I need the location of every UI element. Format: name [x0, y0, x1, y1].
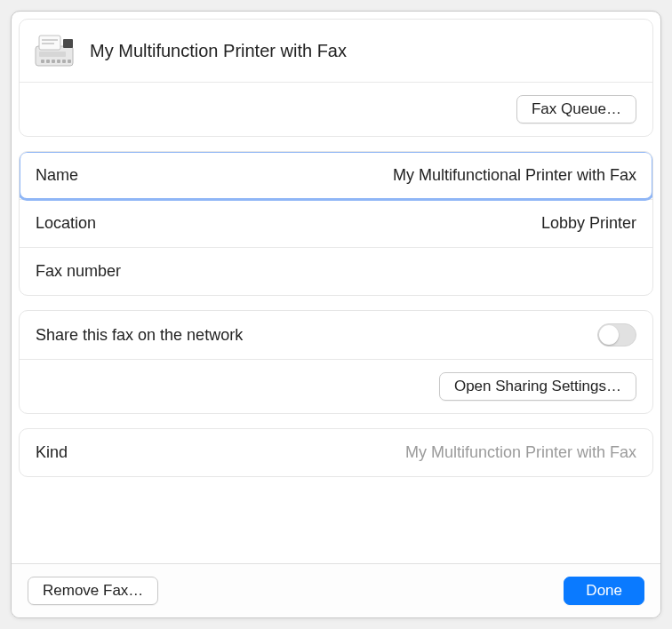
share-toggle-knob	[599, 325, 619, 345]
name-row[interactable]: Name My Multifunctional Printer with Fax	[20, 152, 652, 200]
header-bottom: Fax Queue…	[20, 82, 652, 136]
svg-rect-7	[46, 60, 50, 63]
location-value: Lobby Printer	[541, 214, 636, 233]
kind-label: Kind	[36, 443, 68, 462]
printer-settings-dialog: My Multifunction Printer with Fax Fax Qu…	[11, 11, 661, 618]
svg-rect-6	[41, 60, 44, 63]
kind-panel: Kind My Multifunction Printer with Fax	[19, 428, 653, 477]
share-label: Share this fax on the network	[36, 326, 243, 345]
location-label: Location	[36, 214, 96, 233]
share-toggle-row: Share this fax on the network	[20, 311, 652, 360]
content-area: My Multifunction Printer with Fax Fax Qu…	[12, 12, 660, 563]
header-panel: My Multifunction Printer with Fax Fax Qu…	[19, 19, 653, 137]
header-top: My Multifunction Printer with Fax	[20, 20, 652, 82]
svg-rect-11	[68, 60, 71, 63]
svg-rect-3	[42, 43, 54, 44]
svg-rect-4	[39, 52, 66, 57]
done-button[interactable]: Done	[564, 577, 644, 605]
fax-machine-icon	[32, 32, 76, 69]
share-toggle[interactable]	[597, 323, 636, 346]
kind-row: Kind My Multifunction Printer with Fax	[20, 429, 652, 476]
sharing-panel: Share this fax on the network Open Shari…	[19, 310, 653, 414]
fax-number-row[interactable]: Fax number	[20, 248, 652, 295]
fax-queue-button[interactable]: Fax Queue…	[516, 95, 636, 123]
kind-value: My Multifunction Printer with Fax	[405, 443, 636, 462]
sharing-button-row: Open Sharing Settings…	[20, 360, 652, 413]
remove-fax-button[interactable]: Remove Fax…	[28, 577, 158, 605]
name-value: My Multifunctional Printer with Fax	[393, 166, 636, 185]
svg-rect-9	[57, 60, 60, 63]
location-row[interactable]: Location Lobby Printer	[20, 200, 652, 248]
dialog-footer: Remove Fax… Done	[12, 563, 660, 617]
printer-title: My Multifunction Printer with Fax	[90, 41, 347, 61]
fields-panel: Name My Multifunctional Printer with Fax…	[19, 151, 653, 296]
svg-rect-8	[52, 60, 55, 63]
open-sharing-settings-button[interactable]: Open Sharing Settings…	[439, 372, 636, 401]
svg-rect-2	[42, 39, 58, 41]
svg-rect-10	[62, 60, 66, 63]
name-label: Name	[36, 166, 78, 185]
svg-rect-5	[63, 39, 73, 48]
fax-number-label: Fax number	[36, 262, 121, 281]
